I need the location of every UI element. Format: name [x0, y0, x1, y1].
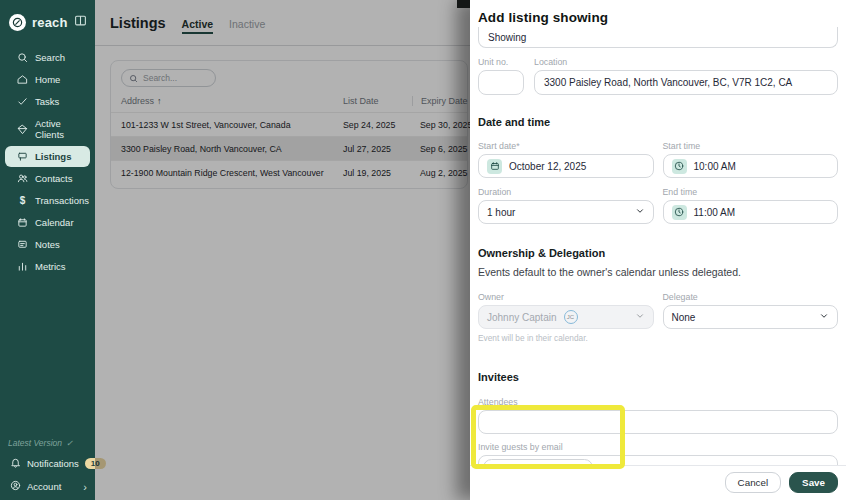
sidebar-item-tasks[interactable]: Tasks: [5, 91, 90, 112]
calendar-icon: [17, 217, 28, 228]
account-item[interactable]: Account ›: [0, 475, 95, 498]
version-text: Latest Version: [8, 438, 62, 448]
unit-no-input[interactable]: [478, 70, 524, 95]
sidebar: reach Search Home Tasks Active Clients: [0, 0, 95, 500]
location-input[interactable]: [534, 70, 838, 95]
notifications-item[interactable]: Notifications 10: [0, 452, 95, 475]
unit-no-field-group: Unit no.: [478, 57, 524, 95]
sidebar-item-label: Search: [35, 52, 65, 63]
sidebar-footer: Latest Version ✓ Notifications 10 Accoun…: [0, 434, 95, 498]
sidebar-item-calendar[interactable]: Calendar: [5, 212, 90, 233]
duration-value: 1 hour: [487, 207, 515, 218]
sidebar-item-label: Notes: [35, 239, 60, 250]
notifications-label: Notifications: [27, 458, 79, 469]
brand-row: reach: [0, 0, 95, 41]
unit-no-label: Unit no.: [478, 57, 524, 67]
ownership-description: Events default to the owner's calendar u…: [478, 266, 838, 278]
sidebar-item-search[interactable]: Search: [5, 47, 90, 68]
sidebar-item-listings[interactable]: Listings: [5, 146, 90, 167]
bell-icon: [10, 457, 21, 470]
add-listing-showing-drawer: Add listing showing Unit no. Location Da…: [470, 0, 846, 500]
brand-name: reach: [32, 15, 68, 30]
delegate-select[interactable]: None: [663, 305, 839, 329]
chevron-right-icon: ›: [83, 481, 87, 493]
start-time-value: 10:00 AM: [694, 161, 736, 172]
sidebar-item-label: Calendar: [35, 217, 74, 228]
end-time-label: End time: [663, 187, 839, 197]
people-icon: [17, 173, 28, 184]
invitees-heading: Invitees: [478, 371, 838, 383]
save-button[interactable]: Save: [789, 472, 838, 493]
collapse-sidebar-icon[interactable]: [74, 13, 87, 31]
date-time-heading: Date and time: [478, 116, 838, 128]
start-date-value: October 12, 2025: [509, 161, 586, 172]
delegate-label: Delegate: [663, 292, 839, 302]
showing-type-input[interactable]: [478, 27, 838, 48]
clock-icon: [672, 159, 687, 174]
end-time-value: 11:00 AM: [694, 207, 736, 218]
invite-guests-label: Invite guests by email: [478, 442, 838, 452]
sidebar-item-notes[interactable]: Notes: [5, 234, 90, 255]
chevron-down-icon: [635, 206, 645, 218]
attendees-input[interactable]: [478, 410, 838, 434]
note-icon: [17, 239, 28, 250]
attendees-field-group: Attendees: [478, 397, 838, 434]
start-date-label: Start date*: [478, 141, 654, 151]
drawer-footer: Cancel Save: [470, 465, 846, 500]
end-time-input[interactable]: 11:00 AM: [663, 200, 839, 224]
sidebar-item-label: Tasks: [35, 96, 59, 107]
sidebar-item-label: Listings: [35, 151, 71, 162]
owner-select: Johnny Captain JC: [478, 305, 654, 329]
start-time-input[interactable]: 10:00 AM: [663, 154, 839, 178]
start-time-field-group: Start time 10:00 AM: [663, 141, 839, 178]
end-time-field-group: End time 11:00 AM: [663, 187, 839, 224]
account-icon: [10, 480, 21, 493]
sidebar-item-label: Contacts: [35, 173, 73, 184]
modal-overlay[interactable]: [95, 0, 470, 500]
owner-value: Johnny Captain: [487, 312, 557, 323]
location-field-group: Location: [534, 57, 838, 95]
sidebar-nav: Search Home Tasks Active Clients Listing…: [0, 47, 95, 277]
owner-avatar: JC: [564, 310, 578, 324]
owner-field-group: Owner Johnny Captain JC Event will be in…: [478, 292, 654, 343]
app-window: reach Search Home Tasks Active Clients: [0, 0, 846, 500]
sign-icon: [17, 151, 28, 162]
account-label: Account: [27, 481, 61, 492]
dollar-icon: $: [17, 195, 28, 206]
check-icon: [17, 96, 28, 107]
owner-label: Owner: [478, 292, 654, 302]
sidebar-item-label: Home: [35, 74, 60, 85]
chevron-down-icon: [635, 311, 645, 323]
sidebar-item-contacts[interactable]: Contacts: [5, 168, 90, 189]
duration-select[interactable]: 1 hour: [478, 200, 654, 224]
sidebar-item-home[interactable]: Home: [5, 69, 90, 90]
cancel-button[interactable]: Cancel: [725, 472, 782, 493]
version-check-icon: ✓: [66, 438, 73, 448]
search-icon: [17, 52, 28, 63]
sidebar-item-transactions[interactable]: $ Transactions: [5, 190, 90, 211]
delegate-value: None: [672, 312, 696, 323]
home-icon: [17, 74, 28, 85]
duration-label: Duration: [478, 187, 654, 197]
bar-chart-icon: [17, 261, 28, 272]
sidebar-item-metrics[interactable]: Metrics: [5, 256, 90, 277]
delegate-field-group: Delegate None: [663, 292, 839, 343]
duration-field-group: Duration 1 hour: [478, 187, 654, 224]
location-label: Location: [534, 57, 838, 67]
reach-logo-icon: [9, 14, 26, 31]
ownership-heading: Ownership & Delegation: [478, 247, 838, 259]
start-time-label: Start time: [663, 141, 839, 151]
owner-helper-text: Event will be in their calendar.: [478, 333, 654, 343]
calendar-icon: [487, 159, 502, 174]
drawer-edge-shadow: [457, 0, 470, 8]
sidebar-item-label: Transactions: [35, 195, 89, 206]
start-date-input[interactable]: October 12, 2025: [478, 154, 654, 178]
sidebar-item-label: Metrics: [35, 261, 66, 272]
diamond-icon: [17, 124, 28, 135]
sidebar-item-active-clients[interactable]: Active Clients: [5, 113, 90, 145]
sidebar-item-label: Active Clients: [35, 118, 84, 140]
start-date-field-group: Start date* October 12, 2025: [478, 141, 654, 178]
drawer-title: Add listing showing: [478, 10, 838, 25]
version-label: Latest Version ✓: [0, 434, 95, 452]
clock-icon: [672, 205, 687, 220]
